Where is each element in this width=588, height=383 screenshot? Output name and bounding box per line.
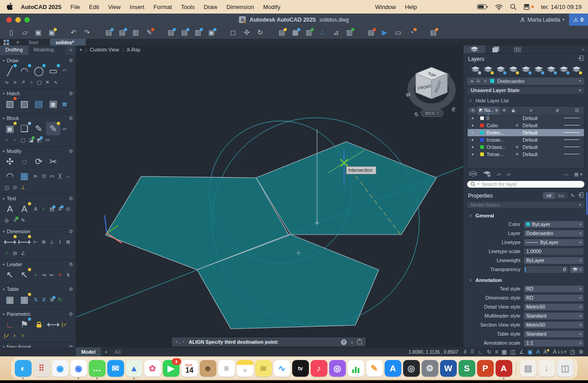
property-value-dimension-style[interactable]: RD▾	[524, 295, 583, 301]
dock-mail[interactable]: ✉	[107, 360, 124, 377]
dock-stickies[interactable]: ≋	[255, 360, 272, 377]
pentagon-face-right[interactable]	[256, 142, 436, 235]
rectangle-icon[interactable]: ▭	[46, 64, 60, 78]
panel-gear-icon[interactable]: ⚙	[69, 344, 73, 348]
viewcube-south[interactable]: S	[413, 111, 419, 118]
layer-color-swatch[interactable]	[478, 145, 487, 149]
drawing-viewport[interactable]: + | Custom View | X-Ray	[76, 46, 464, 347]
constraint-h2-icon[interactable]: ⊦	[19, 332, 27, 339]
layer-on-dot[interactable]: ●	[468, 130, 478, 135]
line-icon[interactable]: ╱	[3, 64, 17, 78]
annotation-section-header[interactable]: ∨Annotation	[464, 274, 588, 284]
layer-name[interactable]: Icosae...	[487, 137, 515, 143]
dim-continue-icon[interactable]: ⊞	[64, 238, 72, 245]
dock-reminders[interactable]: ≡	[218, 360, 235, 377]
viewport-visual-style-control[interactable]: X-Ray	[127, 47, 141, 52]
dock-music[interactable]: ♪	[311, 360, 327, 377]
open-folder-icon[interactable]: ▱	[19, 28, 31, 37]
mleader-icon[interactable]: ↖	[17, 268, 32, 281]
etransmit-icon[interactable]: ▶	[379, 28, 390, 37]
property-value-text-style[interactable]: RD▾	[524, 286, 583, 292]
attach-icon[interactable]: ▥	[192, 28, 204, 37]
offset-icon[interactable]: ⊡	[40, 172, 48, 180]
layer-state-dropdown[interactable]: Unsaved Layer State ▾	[467, 87, 584, 94]
layer-on-dot[interactable]: ●	[468, 116, 478, 120]
multiline-icon[interactable]: ≡	[11, 78, 19, 86]
filter-all-button[interactable]: All	[543, 192, 555, 199]
tab-layers-palette[interactable]	[464, 46, 485, 53]
batch-print-icon[interactable]: ▤	[116, 28, 128, 37]
add-block-icon[interactable]: ▢	[19, 136, 27, 143]
object-snap-icon[interactable]: ◫	[510, 349, 515, 355]
user-menu[interactable]: Marta Labella ▾	[520, 17, 565, 23]
zoom-window-icon[interactable]: ◻	[227, 28, 239, 37]
leader-align-icon[interactable]: ↝	[40, 271, 48, 278]
layer-color-swatch[interactable]	[478, 116, 487, 120]
pdf-export-icon[interactable]: ✎	[19, 217, 27, 224]
measure-icon[interactable]: ⊿	[330, 28, 342, 37]
layer-lock-icon[interactable]	[560, 66, 568, 74]
polar-tracking-icon[interactable]: ↻	[487, 349, 491, 355]
block-insert-sm-icon[interactable]: ▫	[3, 136, 11, 143]
redo-icon[interactable]: ↷	[81, 28, 93, 37]
tab-start[interactable]: Start	[23, 39, 50, 46]
space-selector[interactable]: Model Space ▾	[467, 202, 584, 208]
filter-my-button[interactable]: My	[555, 192, 568, 199]
hatch-pattern-icon[interactable]: ▨	[17, 97, 32, 111]
layer-bulb-icon[interactable]	[547, 66, 556, 74]
insert-block-icon[interactable]: ▣	[3, 122, 17, 135]
constraint-h1-icon[interactable]: ⊦	[11, 332, 19, 339]
tab-drafting[interactable]: Drafting	[0, 46, 28, 55]
rotate-icon[interactable]: ⟳	[32, 155, 46, 168]
standards-icon[interactable]: ▤	[365, 28, 377, 37]
layer-on-dot[interactable]: ●	[468, 123, 478, 128]
open-group-filter-icon[interactable]: ▱	[506, 171, 510, 177]
command-help-icon[interactable]: ?	[341, 339, 347, 345]
dim-style-icon[interactable]: Ⅰ	[56, 238, 64, 245]
leader-remove-icon[interactable]: ✕	[56, 271, 64, 278]
scale-icon[interactable]: ▭	[48, 172, 56, 180]
mtext-icon[interactable]: A	[3, 202, 17, 216]
collapse-caret-icon[interactable]: ▾	[3, 312, 5, 316]
layer-on-dot[interactable]: ●	[468, 138, 478, 142]
dock-notes[interactable]: ≡	[237, 360, 253, 377]
layer-linetype-sample[interactable]	[555, 132, 584, 133]
layer-color-swatch[interactable]	[478, 152, 487, 156]
hatch-display-icon[interactable]: ▦	[502, 349, 507, 355]
collapse-caret-icon[interactable]: ▾	[3, 149, 5, 153]
dim-ordinate-icon[interactable]: ⟂	[48, 238, 56, 245]
join-icon[interactable]: ◫	[3, 184, 11, 191]
edit-block-icon[interactable]: ✎	[32, 122, 46, 135]
arc-icon[interactable]: ◠	[60, 67, 69, 74]
polyline-icon[interactable]: ◠	[17, 64, 32, 78]
point-icon[interactable]: ✕	[43, 78, 51, 86]
table-link-down-icon[interactable]: ⇵	[40, 296, 48, 303]
wifi-icon[interactable]	[495, 4, 503, 10]
property-value-annotation-scale[interactable]: 1:1▾	[524, 340, 583, 346]
layer-modify-icon[interactable]	[509, 66, 518, 74]
layer-linetype-sample[interactable]	[555, 147, 584, 147]
tab-modeling[interactable]: Modeling	[28, 46, 60, 55]
layer-name[interactable]: Dodec...	[487, 130, 515, 135]
share-icon[interactable]: ◔	[406, 28, 418, 37]
dock-maps[interactable]: ▲	[126, 360, 142, 377]
table-edit-icon[interactable]: ▦	[17, 293, 32, 306]
annotation-scale-icon[interactable]: A 1:1 ▾	[553, 349, 566, 355]
menu-file[interactable]: File	[70, 4, 80, 10]
menu-draw[interactable]: Draw	[204, 4, 217, 10]
dock-messages[interactable]: …	[89, 360, 106, 377]
model-tab[interactable]: Model	[76, 347, 101, 356]
revcloud-icon[interactable]: ∿	[51, 78, 60, 86]
array-icon[interactable]: ▦	[17, 169, 32, 183]
isolate-layer-icon[interactable]	[469, 171, 477, 178]
leader-icon[interactable]: ↖	[3, 268, 17, 281]
dim-constraint-icon[interactable]: ⟷	[46, 318, 60, 331]
paste-icon[interactable]: ▤	[427, 28, 439, 37]
panel-gear-icon[interactable]: ⚙	[69, 311, 73, 317]
extend-icon[interactable]: ↔	[64, 172, 72, 180]
dim-break-icon[interactable]: ⊟	[11, 249, 19, 257]
panel-gear-icon[interactable]: ⚙	[69, 229, 73, 235]
layer-row-Cubo[interactable]: ●Cubo❄Default	[468, 122, 584, 129]
layer-unlock-icon[interactable]	[572, 66, 581, 74]
transparency-layers-button[interactable]: ▾	[570, 266, 583, 273]
